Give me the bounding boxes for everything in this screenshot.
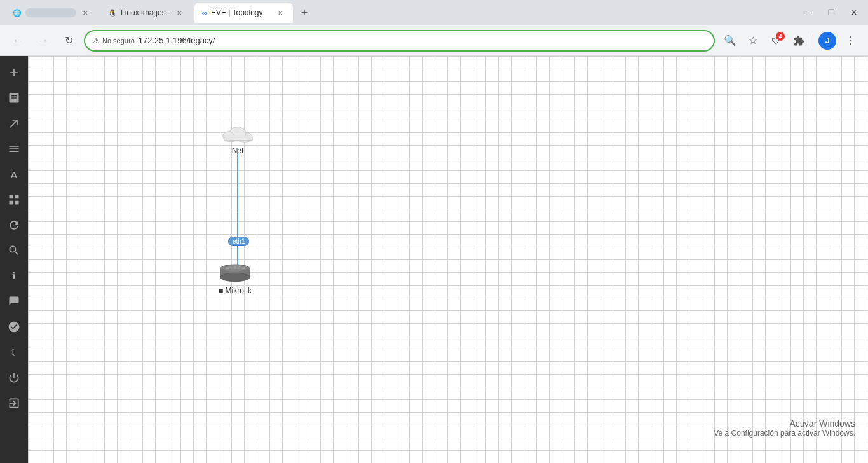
node-mikrotik[interactable]: ■ Mikrotik: [219, 263, 252, 295]
toolbar-right: 🔍 ☆ 🛡 4 J ⋮: [720, 31, 860, 51]
sidebar-check[interactable]: [3, 315, 25, 338]
sidebar-grid[interactable]: [3, 188, 25, 211]
router-icon: [219, 263, 251, 285]
sidebar-add[interactable]: [3, 61, 25, 84]
tab-1-label: [25, 8, 76, 17]
tab-3-favicon: ∞: [202, 9, 207, 17]
plus-icon: [8, 66, 20, 79]
tab-2-close[interactable]: ✕: [174, 8, 184, 18]
reload-button[interactable]: ↻: [58, 31, 79, 51]
close-button[interactable]: ✕: [845, 4, 863, 22]
menu-button[interactable]: ⋮: [840, 31, 860, 51]
profile-picture-button[interactable]: J: [817, 31, 837, 51]
sidebar-power[interactable]: [3, 366, 25, 389]
tab-1-close[interactable]: ✕: [80, 8, 90, 18]
refresh-icon: [8, 219, 20, 232]
sidebar-report[interactable]: [3, 290, 25, 313]
extension-1-button[interactable]: 🛡 4: [766, 31, 786, 51]
url-text[interactable]: 172.25.1.196/legacy/: [139, 36, 706, 45]
new-tab-button[interactable]: +: [295, 4, 313, 22]
sidebar-refresh[interactable]: [3, 214, 25, 237]
node-net[interactable]: Net: [219, 120, 257, 155]
sidebar-night-mode[interactable]: ☾: [3, 341, 25, 364]
check-icon: [8, 321, 20, 333]
sidebar: A ℹ ☾: [0, 56, 28, 463]
back-button[interactable]: ←: [8, 31, 28, 51]
file-icon: [8, 92, 20, 104]
sidebar-zoom[interactable]: [3, 239, 25, 262]
minimize-button[interactable]: —: [799, 4, 817, 22]
cloud-icon: [219, 120, 257, 145]
sidebar-list[interactable]: [3, 137, 25, 160]
sidebar-info[interactable]: ℹ: [3, 265, 25, 287]
address-bar[interactable]: ⚠ No seguro 172.25.1.196/legacy/: [84, 30, 715, 52]
tab-1-favicon: 🌐: [13, 9, 22, 17]
topology-connections: [28, 56, 868, 463]
list-icon: [8, 142, 20, 155]
tab-3-close[interactable]: ✕: [275, 8, 285, 18]
browser-frame: 🌐 ✕ 🐧 Linux images - ✕ ∞ EVE | Topology …: [0, 0, 868, 463]
maximize-button[interactable]: ❐: [822, 4, 840, 22]
security-badge: ⚠ No seguro: [93, 36, 135, 45]
sidebar-logout[interactable]: [3, 392, 25, 415]
sidebar-file[interactable]: [3, 86, 25, 109]
svg-rect-6: [224, 137, 252, 141]
iface-eth1-label: eth1: [228, 237, 249, 246]
node-mikrotik-label: ■ Mikrotik: [219, 286, 252, 295]
grid-icon: [8, 193, 20, 206]
activate-windows-line2: Ve a Configuración para activar Windows.: [714, 429, 855, 438]
security-text: No seguro: [102, 37, 135, 45]
tab-2-favicon: 🐧: [108, 9, 117, 17]
search-icon: [8, 244, 20, 257]
bookmark-button[interactable]: ☆: [743, 31, 763, 51]
connections-icon: [8, 117, 20, 130]
topology-canvas[interactable]: Net eth1: [28, 56, 868, 463]
svg-point-9: [220, 273, 250, 281]
sidebar-connections[interactable]: [3, 112, 25, 135]
tab-3[interactable]: ∞ EVE | Topology ✕: [194, 3, 293, 23]
lock-icon: ⚠: [93, 36, 100, 45]
tab-2[interactable]: 🐧 Linux images - ✕: [100, 3, 192, 23]
puzzle-icon: [793, 35, 804, 46]
power-icon: [8, 371, 20, 384]
node-net-label: Net: [232, 146, 244, 155]
tab-2-label: Linux images -: [121, 8, 170, 17]
toolbar: ← → ↻ ⚠ No seguro 172.25.1.196/legacy/ 🔍…: [0, 25, 868, 56]
logout-icon: [8, 397, 20, 410]
extension-1-badge: 4: [776, 32, 785, 41]
main-area: A ℹ ☾: [0, 56, 868, 463]
title-bar: 🌐 ✕ 🐧 Linux images - ✕ ∞ EVE | Topology …: [0, 0, 868, 25]
zoom-button[interactable]: 🔍: [720, 31, 740, 51]
tab-3-label: EVE | Topology: [211, 8, 263, 17]
extensions-button[interactable]: [789, 31, 809, 51]
report-icon: [8, 295, 20, 308]
activate-windows-line1: Activar Windows: [714, 418, 855, 429]
sidebar-text[interactable]: A: [3, 163, 25, 186]
forward-button[interactable]: →: [33, 31, 53, 51]
profile-avatar: J: [818, 32, 836, 50]
window-controls: — ❐ ✕: [799, 4, 863, 22]
activate-windows-watermark: Activar Windows Ve a Configuración para …: [714, 418, 855, 438]
toolbar-separator: [813, 34, 813, 47]
tab-1[interactable]: 🌐 ✕: [5, 3, 98, 23]
